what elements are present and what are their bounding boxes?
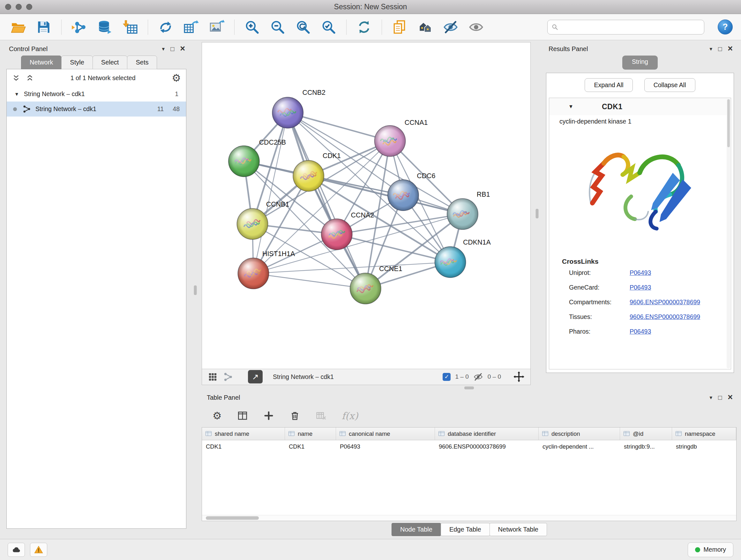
splitter-grip[interactable] bbox=[536, 209, 539, 219]
save-session-button[interactable] bbox=[34, 17, 54, 37]
zoom-fit-button[interactable] bbox=[293, 17, 313, 37]
network-node-CCNA1[interactable] bbox=[374, 125, 405, 157]
network-node-CDK1[interactable] bbox=[293, 160, 324, 191]
search-input[interactable] bbox=[547, 20, 704, 35]
collapse-triangle-icon[interactable]: ▼ bbox=[14, 91, 19, 97]
crosslink-link[interactable]: 9606.ENSP00000378699 bbox=[630, 299, 700, 306]
welcome-screen-button[interactable] bbox=[415, 17, 435, 37]
maximize-panel-icon[interactable]: □ bbox=[718, 394, 722, 401]
cloud-status-button[interactable] bbox=[8, 543, 25, 557]
network-node-HIST1H1A[interactable] bbox=[238, 258, 269, 289]
network-node-CCNE1[interactable] bbox=[350, 273, 381, 304]
window-zoom-button[interactable] bbox=[26, 4, 32, 10]
network-node-CCNA2[interactable] bbox=[321, 219, 352, 250]
network-node-CDC25B[interactable] bbox=[228, 145, 259, 177]
crosslink-link[interactable]: P06493 bbox=[630, 269, 651, 276]
hide-graphics-details-button[interactable] bbox=[441, 17, 461, 37]
network-edge[interactable] bbox=[253, 214, 462, 273]
tab-sets[interactable]: Sets bbox=[127, 56, 157, 69]
column-header-description[interactable]: description bbox=[539, 428, 620, 440]
window-close-button[interactable] bbox=[5, 4, 11, 10]
center-splitter[interactable] bbox=[531, 42, 543, 385]
network-graph[interactable]: CCNB2CCNA1CDC25BCDK1CDC6RB1CCNB1CCNA2CDK… bbox=[202, 43, 530, 369]
grid-view-icon[interactable] bbox=[208, 372, 218, 382]
new-network-from-selection-button[interactable] bbox=[156, 17, 176, 37]
export-image-button[interactable] bbox=[207, 17, 226, 37]
network-edge[interactable] bbox=[288, 113, 366, 289]
network-collection-row[interactable]: ▼ String Network – cdk1 1 bbox=[7, 86, 186, 102]
network-edge[interactable] bbox=[309, 176, 463, 214]
column-header-database-identifier[interactable]: database identifier bbox=[435, 428, 539, 440]
collapse-all-button[interactable]: Collapse All bbox=[644, 78, 695, 92]
table-horizontal-scrollbar[interactable] bbox=[202, 515, 736, 521]
network-node-CCNB1[interactable] bbox=[237, 208, 268, 240]
tab-network-table[interactable]: Network Table bbox=[489, 523, 547, 536]
table-row[interactable]: CDK1 CDK1 P06493 9606.ENSP00000378699 cy… bbox=[202, 440, 736, 453]
network-edge[interactable] bbox=[253, 273, 365, 288]
crosslink-link[interactable]: P06493 bbox=[630, 284, 651, 291]
tab-style[interactable]: Style bbox=[61, 56, 92, 69]
maximize-panel-icon[interactable]: □ bbox=[171, 45, 174, 53]
import-network-database-button[interactable] bbox=[95, 17, 115, 37]
collapse-triangle-icon[interactable]: ▼ bbox=[568, 104, 574, 110]
tab-edge-table[interactable]: Edge Table bbox=[441, 523, 490, 536]
memory-button[interactable]: Memory bbox=[688, 543, 733, 557]
float-panel-icon[interactable]: ▾ bbox=[710, 394, 713, 401]
window-minimize-button[interactable] bbox=[16, 4, 22, 10]
zoom-out-button[interactable] bbox=[268, 17, 287, 37]
close-panel-icon[interactable]: × bbox=[728, 45, 733, 52]
pan-crosshair-icon[interactable] bbox=[513, 371, 525, 382]
close-panel-icon[interactable]: × bbox=[180, 45, 185, 52]
scrollbar-thumb[interactable] bbox=[727, 99, 730, 147]
splitter-grip[interactable] bbox=[464, 387, 474, 389]
crosslink-link[interactable]: P06493 bbox=[630, 328, 651, 335]
tab-network[interactable]: Network bbox=[21, 56, 62, 69]
open-session-button[interactable] bbox=[8, 17, 28, 37]
network-edge[interactable] bbox=[253, 113, 288, 273]
crosslink-link[interactable]: 9606.ENSP00000378699 bbox=[630, 313, 700, 320]
float-panel-icon[interactable]: ▾ bbox=[162, 46, 165, 52]
maximize-panel-icon[interactable]: □ bbox=[718, 45, 722, 53]
help-button[interactable]: ? bbox=[718, 19, 733, 35]
results-scrollbar[interactable] bbox=[727, 99, 730, 368]
detach-view-button[interactable]: ↗ bbox=[248, 370, 263, 383]
apply-layout-button[interactable] bbox=[354, 17, 374, 37]
left-splitter[interactable] bbox=[189, 42, 202, 538]
expand-all-icon[interactable] bbox=[12, 74, 20, 82]
delete-column-icon[interactable] bbox=[289, 410, 300, 421]
close-panel-icon[interactable]: × bbox=[728, 394, 733, 401]
network-row[interactable]: String Network – cdk1 11 48 bbox=[7, 102, 186, 117]
show-columns-icon[interactable] bbox=[237, 410, 248, 421]
network-options-gear-icon[interactable]: ⚙ bbox=[172, 73, 181, 83]
scrollbar-thumb[interactable] bbox=[206, 516, 259, 520]
network-node-RB1[interactable] bbox=[447, 199, 478, 230]
export-table-button[interactable] bbox=[181, 17, 201, 37]
network-view-icon[interactable] bbox=[223, 372, 233, 382]
column-header-shared-name[interactable]: shared name bbox=[202, 428, 285, 440]
network-node-CCNB2[interactable] bbox=[272, 97, 303, 128]
zoom-selected-button[interactable] bbox=[319, 17, 339, 37]
horizontal-splitter[interactable] bbox=[202, 385, 737, 391]
tab-select[interactable]: Select bbox=[92, 56, 128, 69]
table-settings-gear-icon[interactable]: ⚙ bbox=[212, 411, 222, 421]
show-graphics-details-button[interactable] bbox=[466, 17, 486, 37]
tab-string[interactable]: String bbox=[622, 56, 658, 70]
import-network-file-button[interactable] bbox=[69, 17, 89, 37]
tab-node-table[interactable]: Node Table bbox=[392, 523, 441, 536]
column-header-namespace[interactable]: namespace bbox=[672, 428, 736, 440]
network-node-CDC6[interactable] bbox=[388, 180, 419, 211]
column-header-id[interactable]: @id bbox=[620, 428, 672, 440]
column-header-name[interactable]: name bbox=[285, 428, 336, 440]
network-node-CDKN1A[interactable] bbox=[434, 246, 466, 277]
float-panel-icon[interactable]: ▾ bbox=[710, 46, 713, 52]
collapse-all-icon[interactable] bbox=[25, 74, 34, 82]
column-header-canonical-name[interactable]: canonical name bbox=[336, 428, 435, 440]
splitter-grip[interactable] bbox=[194, 286, 197, 295]
create-column-icon[interactable] bbox=[263, 410, 274, 421]
import-table-button[interactable] bbox=[120, 17, 140, 37]
network-canvas[interactable]: CCNB2CCNA1CDC25BCDK1CDC6RB1CCNB1CCNA2CDK… bbox=[202, 43, 530, 369]
gene-section-header[interactable]: ▼ CDK1 bbox=[549, 98, 731, 115]
expand-all-button[interactable]: Expand All bbox=[585, 78, 632, 92]
zoom-in-button[interactable] bbox=[242, 17, 262, 37]
warnings-button[interactable] bbox=[30, 543, 47, 557]
